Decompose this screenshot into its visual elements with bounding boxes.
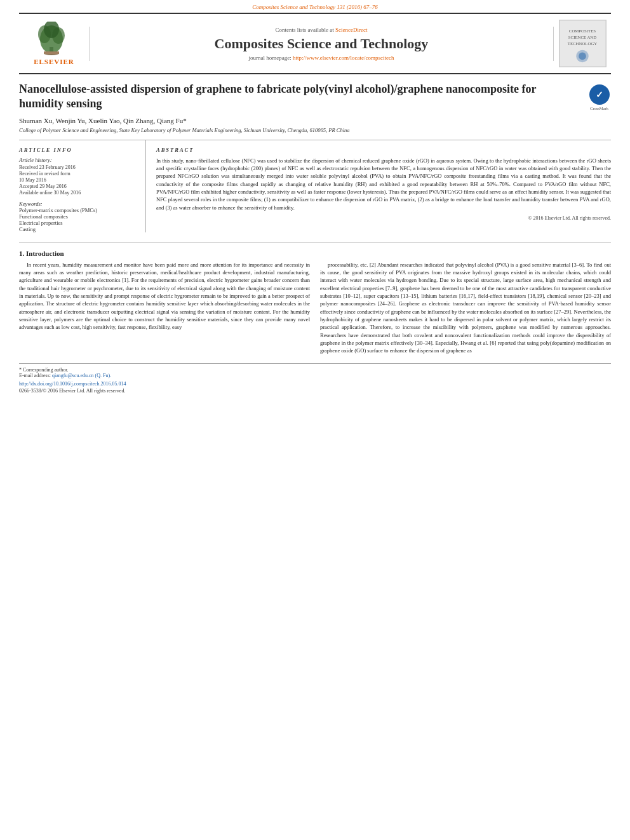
svg-point-12 (579, 53, 586, 60)
elsevier-logo: ELSEVIER (19, 19, 89, 68)
intro-body: In recent years, humidity measurement an… (19, 261, 611, 358)
homepage-line: journal homepage: http://www.elsevier.co… (96, 55, 547, 61)
footnote-area: * Corresponding author. E-mail address: … (19, 363, 611, 394)
keyword-4: Casting (19, 226, 139, 232)
crossmark[interactable]: ✓ CrossMark (582, 82, 611, 110)
svg-rect-6 (44, 51, 59, 54)
article-title: Nanocellulose-assisted dispersion of gra… (19, 82, 582, 112)
section-title: Introduction (26, 250, 64, 257)
authors-text: Shuman Xu, Wenjin Yu, Xuelin Yao, Qin Zh… (19, 117, 187, 124)
article-content: Nanocellulose-assisted dispersion of gra… (19, 74, 611, 394)
affiliation: College of Polymer Science and Engineeri… (19, 127, 611, 133)
journal-reference-text: Composites Science and Technology 131 (2… (252, 4, 378, 10)
svg-text:COMPOSITES: COMPOSITES (568, 29, 596, 33)
info-abstract-section: Article Info Article history: Received 2… (19, 140, 611, 232)
elsevier-text: ELSEVIER (34, 58, 74, 65)
intro-para-right: processability, etc. [2] Abundant resear… (320, 261, 611, 355)
svg-text:TECHNOLOGY: TECHNOLOGY (567, 41, 597, 46)
copyright-footer: 0266-3538/© 2016 Elsevier Ltd. All right… (19, 388, 611, 394)
journal-logo-image: COMPOSITES SCIENCE AND TECHNOLOGY (559, 20, 607, 67)
crossmark-icon: ✓ (589, 84, 610, 105)
intro-heading: 1. Introduction (19, 250, 611, 257)
crossmark-label: CrossMark (590, 106, 608, 110)
article-info-col: Article Info Article history: Received 2… (19, 140, 146, 232)
top-reference: Composites Science and Technology 131 (2… (0, 0, 630, 13)
history-label: Article history: (19, 157, 139, 163)
elsevier-tree-icon (32, 22, 76, 57)
keywords-label: Keywords: (19, 201, 139, 207)
accepted-date: Accepted 29 May 2016 (19, 183, 139, 189)
keyword-2: Functional composites (19, 213, 139, 220)
abstract-text: In this study, nano-fibrillated cellulos… (156, 157, 611, 211)
revised-label: Received in revised form (19, 171, 139, 177)
article-info-heading: Article Info (19, 147, 139, 153)
received-date: Received 23 February 2016 (19, 164, 139, 170)
keyword-1: Polymer-matrix composites (PMCs) (19, 207, 139, 213)
abstract-heading: Abstract (156, 147, 611, 153)
keyword-3: Electrical properties (19, 220, 139, 226)
email-footnote: E-mail address: qiangfu@scu.edu.cn (Q. F… (19, 373, 611, 378)
journal-title: Composites Science and Technology (96, 36, 547, 52)
section-number: 1. (19, 250, 24, 257)
introduction-section: 1. Introduction In recent years, humidit… (19, 243, 611, 358)
corresponding-author: * Corresponding author. (19, 367, 611, 373)
contents-line: Contents lists available at ScienceDirec… (96, 27, 547, 33)
homepage-link[interactable]: http://www.elsevier.com/locate/compscite… (293, 55, 394, 61)
header-center: Contents lists available at ScienceDirec… (89, 27, 554, 61)
available-date: Available online 30 May 2016 (19, 190, 139, 196)
intro-para-left: In recent years, humidity measurement an… (19, 261, 310, 331)
title-area: Nanocellulose-assisted dispersion of gra… (19, 82, 611, 112)
page: Composites Science and Technology 131 (2… (0, 0, 630, 840)
journal-header: ELSEVIER Contents lists available at Sci… (19, 13, 611, 74)
journal-logo: COMPOSITES SCIENCE AND TECHNOLOGY (554, 20, 611, 67)
doi-link[interactable]: http://dx.doi.org/10.1016/j.compscitech.… (19, 381, 611, 387)
revised-date: 10 May 2016 (19, 177, 139, 183)
sciencedirect-link[interactable]: ScienceDirect (335, 27, 367, 33)
authors: Shuman Xu, Wenjin Yu, Xuelin Yao, Qin Zh… (19, 117, 611, 124)
email-link[interactable]: qiangfu@scu.edu.cn (Q. Fu). (52, 373, 111, 378)
keywords-section: Keywords: Polymer-matrix composites (PMC… (19, 201, 139, 232)
abstract-col: Abstract In this study, nano-fibrillated… (156, 140, 611, 232)
intro-right-col: processability, etc. [2] Abundant resear… (320, 261, 611, 358)
svg-text:SCIENCE AND: SCIENCE AND (568, 35, 596, 39)
abstract-copyright: © 2016 Elsevier Ltd. All rights reserved… (156, 215, 611, 221)
intro-left-col: In recent years, humidity measurement an… (19, 261, 310, 358)
